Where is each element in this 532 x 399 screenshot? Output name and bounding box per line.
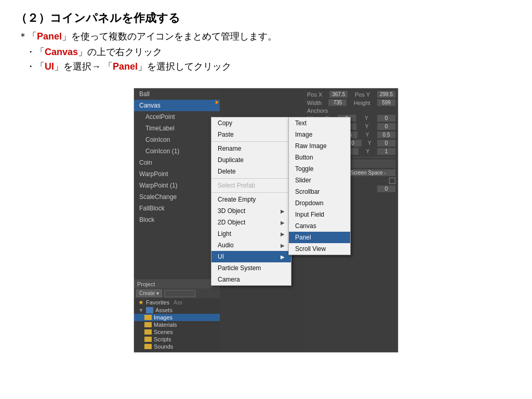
cm-copy[interactable]: Copy	[211, 117, 291, 129]
size-row: Width 735 Height 599	[307, 99, 395, 106]
scenes-folder-icon	[144, 329, 152, 335]
cm-paste[interactable]: Paste	[211, 129, 291, 140]
height-value: 599	[377, 99, 395, 106]
bullet-canvas-line: ・「Canvas」の上で右クリック	[16, 46, 516, 58]
min-y-val: 0	[377, 115, 395, 122]
materials-folder[interactable]: Materials	[134, 321, 220, 328]
assets-folder-icon	[146, 307, 153, 313]
assets-root[interactable]: ▼ Assets	[134, 307, 220, 314]
favorites-label: Favorites	[146, 299, 169, 305]
cm-rename[interactable]: Rename	[211, 143, 291, 154]
height-label: Height	[354, 100, 370, 106]
cm-ui-toggle[interactable]: Toggle	[289, 163, 350, 175]
width-label: Width	[307, 100, 322, 106]
sounds-folder-icon	[144, 344, 152, 349]
cm-ui[interactable]: UI ▶	[211, 251, 291, 262]
cm-ui-button[interactable]: Button	[289, 152, 350, 163]
cm-ui-scrollbar[interactable]: Scrollbar	[289, 186, 350, 197]
hierarchy-coinicon1: CoinIcon (1)	[134, 145, 220, 157]
cm-audio[interactable]: Audio ▶	[211, 240, 291, 251]
project-toolbar: Create ▾	[134, 288, 220, 298]
pivot-y-val: 0.5	[377, 131, 395, 138]
assets-short: Ass	[174, 300, 182, 305]
hierarchy-timelabel: TimeLabel	[134, 123, 220, 134]
images-folder-icon	[144, 315, 152, 320]
pixel-perfect-checkbox	[389, 178, 395, 184]
cm-ui-panel[interactable]: Panel	[289, 232, 350, 243]
sounds-folder[interactable]: Sounds	[134, 343, 220, 350]
cm-duplicate[interactable]: Duplicate	[211, 154, 291, 166]
arrow-3d: ▶	[281, 208, 285, 214]
star-icon: ★	[138, 299, 144, 306]
arrow-audio: ▶	[281, 243, 285, 248]
sort-order-val: 0	[377, 185, 395, 192]
hierarchy-accelpoint: AccelPoint	[134, 111, 220, 123]
project-search[interactable]	[164, 290, 195, 297]
scale-y-val: 1	[377, 148, 395, 155]
create-button[interactable]: Create ▾	[136, 289, 162, 297]
render-mode-val: Screen Space -	[349, 169, 395, 176]
hierarchy-canvas[interactable]: Canvas	[134, 100, 220, 111]
cm-ui-text[interactable]: Text	[289, 117, 350, 129]
posx-label: Pos X	[307, 91, 322, 98]
hierarchy-warppoint: WarpPoint	[134, 168, 220, 180]
cm-light[interactable]: Light ▶	[211, 228, 291, 240]
bullet-asterisk-line: ＊「Panel」を使って複数のアイコンをまとめて管理します。	[16, 30, 516, 43]
canvas-arrow	[216, 100, 219, 104]
favorites-item[interactable]: ★ Favorites Ass	[134, 298, 220, 307]
cm-sep3	[211, 192, 291, 193]
rot-y-val: 0	[377, 140, 395, 147]
context-menu-main: Copy Paste Rename Duplicate Delete Selec…	[211, 117, 291, 286]
cm-delete[interactable]: Delete	[211, 166, 291, 177]
cm-sep1	[211, 141, 291, 142]
sounds-label: Sounds	[154, 343, 173, 350]
cm-ui-slider[interactable]: Slider	[289, 175, 350, 186]
hierarchy-coin: Coin	[134, 157, 220, 168]
hierarchy-panel: Ball Canvas AccelPoint TimeLabel CoinIco…	[134, 88, 220, 352]
posy-label: Pos Y	[355, 91, 370, 98]
arrow-2d: ▶	[281, 220, 285, 225]
page-text: （２）コインパネルを作成する ＊「Panel」を使って複数のアイコンをまとめて管…	[0, 0, 532, 80]
images-label: Images	[154, 314, 172, 321]
anchors-section: Anchors	[307, 108, 395, 114]
cm-ui-dropdown[interactable]: Dropdown	[289, 197, 350, 209]
arrow-light: ▶	[281, 231, 285, 237]
scripts-label: Scripts	[154, 336, 171, 342]
cm-2d-object[interactable]: 2D Object ▶	[211, 217, 291, 228]
materials-folder-icon	[144, 322, 152, 327]
scenes-folder[interactable]: Scenes	[134, 328, 220, 336]
cm-3d-object[interactable]: 3D Object ▶	[211, 205, 291, 217]
width-value: 735	[328, 99, 347, 106]
hierarchy-block: Block	[134, 214, 220, 225]
hierarchy-ball: Ball	[134, 88, 220, 100]
hierarchy-fallblock: FallBlock	[134, 203, 220, 214]
cm-select-prefab[interactable]: Select Prefab	[211, 180, 291, 191]
posx-value: 367.5	[329, 91, 348, 98]
hierarchy-coinicon: CoinIcon	[134, 134, 220, 145]
max-y-val: 0	[377, 123, 395, 130]
scenes-label: Scenes	[154, 329, 173, 335]
scripts-folder[interactable]: Scripts	[134, 336, 220, 343]
assets-label: Assets	[155, 307, 172, 313]
hierarchy-warppoint1: WarpPoint (1)	[134, 180, 220, 191]
page-title: （２）コインパネルを作成する	[16, 10, 516, 26]
screenshot: Ball Canvas AccelPoint TimeLabel CoinIco…	[134, 88, 398, 353]
arrow-ui: ▶	[281, 254, 285, 260]
bullet-ui-line: ・「UI」を選択→ 「Panel」を選択してクリック	[16, 60, 516, 73]
cm-camera[interactable]: Camera	[211, 274, 291, 285]
context-menu-ui: Text Image Raw Image Button Toggle Slide…	[288, 117, 351, 255]
cm-ui-canvas[interactable]: Canvas	[289, 220, 350, 232]
cm-particle[interactable]: Particle System	[211, 262, 291, 274]
cm-sep2	[211, 178, 291, 179]
cm-ui-raw-image[interactable]: Raw Image	[289, 140, 350, 152]
materials-label: Materials	[154, 322, 177, 328]
cm-ui-scroll-view[interactable]: Scroll View	[289, 243, 350, 255]
cm-ui-input-field[interactable]: Input Field	[289, 209, 350, 220]
max-y-label: Y	[365, 124, 369, 129]
hierarchy-scalechange: ScaleChange	[134, 191, 220, 203]
scripts-folder-icon	[144, 337, 152, 342]
images-folder[interactable]: Images	[134, 314, 220, 321]
cm-create-empty[interactable]: Create Empty	[211, 194, 291, 205]
cm-ui-image[interactable]: Image	[289, 129, 350, 140]
project-panel: Project Create ▾ ★ Favorites Ass ▼ Asset…	[134, 280, 220, 352]
